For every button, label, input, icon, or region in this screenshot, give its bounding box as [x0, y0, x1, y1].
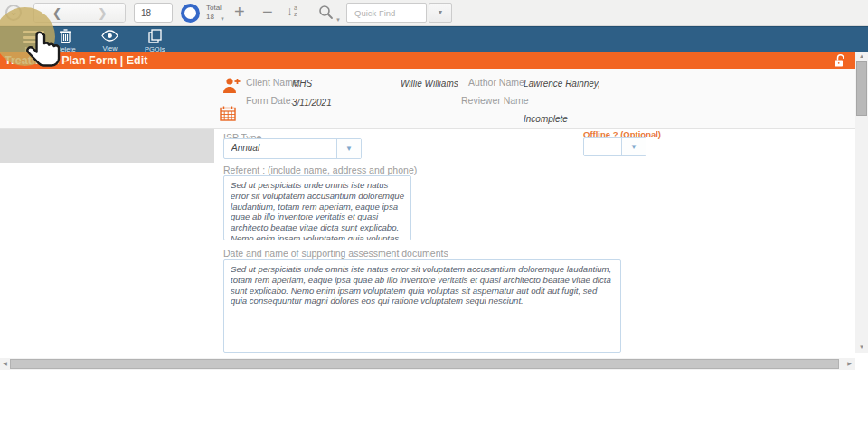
add-record-button[interactable]: + [234, 2, 245, 23]
author-name-label: Author Name [468, 77, 524, 88]
scroll-up-icon[interactable]: ▲ [855, 52, 868, 61]
form-date-value: 3/11/2021 [292, 98, 332, 108]
page-title: Treatment Plan Form | Edit [5, 54, 147, 67]
supporting-docs-textarea[interactable]: Sed ut perspiciatis unde omnis iste natu… [223, 259, 621, 353]
client-name-value: Willie Williams [401, 79, 458, 89]
form-title-bar: Treatment Plan Form | Edit [0, 52, 855, 69]
vertical-scrollbar-thumb[interactable] [856, 61, 867, 116]
isp-type-value: Annual [224, 139, 336, 158]
quick-find-dropdown-button[interactable]: ▼ [429, 3, 452, 23]
total-ring-icon [181, 4, 200, 23]
hamburger-icon [23, 31, 44, 43]
reviewer-name-label: Reviewer Name [461, 95, 529, 106]
trash-icon [59, 29, 72, 43]
status-badge: Incomplete [524, 114, 568, 124]
view-button[interactable]: View [101, 29, 118, 52]
client-info-strip: Client Name: MHS Willie Williams Author … [0, 69, 855, 128]
client-code-value: MHS [292, 79, 312, 89]
offline-value [584, 138, 621, 155]
author-name-value: Lawrence Rainney, [524, 79, 600, 89]
delete-button[interactable]: Delete [56, 29, 76, 53]
total-label: Total [206, 4, 222, 13]
search-menu-caret-icon[interactable]: ▼ [335, 17, 341, 23]
quick-find-input[interactable] [346, 3, 427, 23]
remove-record-button[interactable]: − [262, 2, 273, 23]
previous-record-button[interactable]: ❮ [34, 4, 80, 22]
referent-textarea[interactable]: Sed ut perspiciatis unde omnis iste natu… [223, 175, 411, 240]
left-margin-shade [0, 129, 214, 163]
record-number-input[interactable] [134, 3, 173, 23]
app-window: ⌄ ❮ ❯ Total 18 ▼ + − ↓ a z ▼ [0, 0, 868, 424]
menu-button[interactable]: Menu [23, 29, 44, 53]
calendar-icon[interactable] [220, 106, 236, 121]
horizontal-scrollbar[interactable]: ◀ ▶ [0, 358, 855, 370]
eye-icon [101, 29, 118, 42]
copy-icon [147, 29, 163, 43]
collapse-toolbar-icon[interactable]: ⌄ [5, 5, 22, 21]
form-date-label: Form Date: [246, 95, 294, 106]
top-toolbar: ⌄ ❮ ❯ Total 18 ▼ + − ↓ a z ▼ [0, 0, 868, 26]
isp-type-select[interactable]: Annual ▼ [223, 138, 362, 159]
search-button[interactable] [318, 5, 334, 24]
pgois-button[interactable]: PGOIs [145, 29, 165, 53]
scroll-left-icon[interactable]: ◀ [0, 358, 10, 370]
vertical-scrollbar[interactable]: ▲ ▼ [855, 52, 868, 353]
unlocked-padlock-icon [834, 53, 846, 67]
add-client-icon[interactable] [222, 76, 241, 94]
search-icon [318, 5, 334, 20]
next-record-button[interactable]: ❯ [80, 4, 125, 22]
sort-arrow-icon: ↓ [287, 5, 293, 17]
horizontal-scrollbar-thumb[interactable] [10, 359, 839, 369]
offline-select[interactable]: ▼ [583, 137, 646, 156]
total-menu-caret-icon[interactable]: ▼ [220, 16, 225, 22]
referent-label: Referent : (include name, address and ph… [223, 165, 417, 175]
sort-az-button[interactable]: ↓ a z [287, 5, 297, 17]
record-nav-group: ❮ ❯ [33, 3, 126, 23]
action-toolbar: Menu Delete View [0, 26, 868, 52]
scroll-right-icon[interactable]: ▶ [844, 358, 854, 370]
sort-z-glyph: z [294, 11, 297, 17]
supporting-docs-label: Date and name of supporting assessment d… [223, 248, 448, 259]
unlock-button[interactable] [834, 53, 846, 70]
chevron-down-icon[interactable]: ▼ [621, 138, 646, 155]
chevron-down-icon[interactable]: ▼ [336, 139, 361, 158]
scroll-down-icon[interactable]: ▼ [855, 343, 868, 353]
sort-a-glyph: a [294, 5, 297, 11]
